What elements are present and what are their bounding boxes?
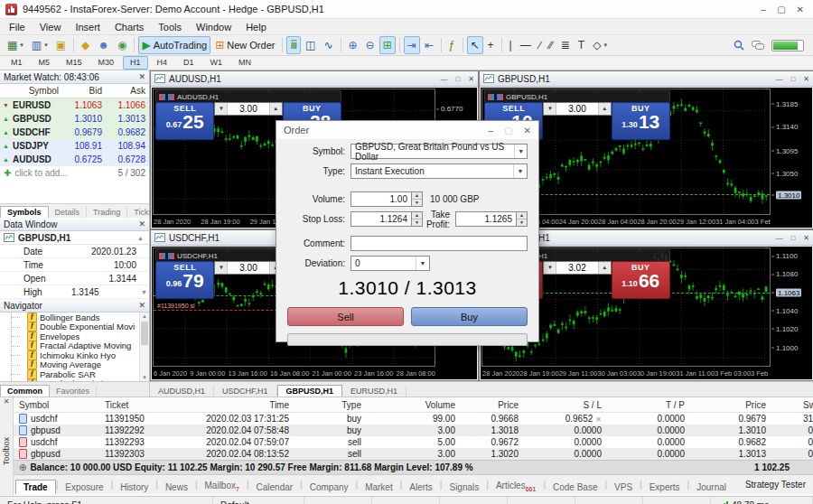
scroll-down-icon[interactable]: ▼ <box>141 289 149 295</box>
timeframe-MN[interactable]: MN <box>231 56 258 70</box>
volume-down-icon[interactable]: ▼ <box>215 103 228 115</box>
oneclick-volume-input[interactable]: 3.02 <box>556 262 597 274</box>
market-watch-row[interactable]: ▲AUDUSD0.67250.6728 <box>0 153 149 166</box>
oneclick-collapse-icon[interactable] <box>488 94 494 100</box>
menu-view[interactable]: View <box>33 21 69 33</box>
fibonacci-icon[interactable]: ≣ <box>557 36 574 54</box>
volume-up-icon[interactable]: ▲ <box>598 103 611 115</box>
zoom-in-icon[interactable]: ⊕ <box>345 36 361 54</box>
oneclick-settings-icon[interactable] <box>168 253 174 259</box>
volume-up-icon[interactable]: ▲ <box>269 103 282 115</box>
window-close-icon[interactable]: ✕ <box>797 5 804 14</box>
window-maximize-icon[interactable]: ▢ <box>777 5 785 14</box>
timeframe-D1[interactable]: D1 <box>176 56 201 70</box>
oneclick-sell-button[interactable]: SELL0.9679 <box>155 261 214 299</box>
oneclick-collapse-icon[interactable] <box>159 94 165 100</box>
toolbox-tab-history[interactable]: History <box>113 481 155 494</box>
history-center-icon[interactable]: ◆ <box>78 36 93 54</box>
toolbox-tab-articles[interactable]: Articles661 <box>489 479 543 494</box>
toolbox-tab-calendar[interactable]: Calendar <box>249 481 301 494</box>
timeframe-W1[interactable]: W1 <box>203 56 230 70</box>
chart-tab-usdchf-h1[interactable]: USDCHF,H1 <box>214 386 277 397</box>
market-watch-toggle-icon[interactable]: ▣ <box>52 36 70 54</box>
window-minimize-icon[interactable]: — <box>775 234 782 242</box>
toolbox-close-icon[interactable]: ✕ <box>4 397 10 406</box>
scroll-up-icon[interactable]: ▲ <box>137 235 145 241</box>
menu-insert[interactable]: Insert <box>68 21 107 33</box>
toolbox-tab-alerts[interactable]: Alerts <box>402 481 440 494</box>
channel-icon[interactable]: ∕∕ <box>546 36 556 54</box>
position-row[interactable]: usdchf113919502020.02.03 17:31:25buy99.0… <box>14 413 813 425</box>
market-watch-add-row[interactable]: ✚click to add... 5 / 302 <box>0 166 149 180</box>
shift-end-icon[interactable]: ⇥ <box>404 36 420 54</box>
status-profile[interactable]: Default <box>213 497 304 504</box>
navigator-tab-favorites[interactable]: Favorites <box>50 386 97 397</box>
signals-service-icon[interactable]: ◉ <box>114 36 130 54</box>
window-maximize-icon[interactable]: □ <box>455 75 460 83</box>
window-maximize-icon[interactable]: □ <box>790 234 795 242</box>
accounts-icon[interactable]: ☻ <box>94 36 113 54</box>
window-minimize-icon[interactable]: — <box>440 75 447 83</box>
oneclick-buy-button[interactable]: BUY1.1066 <box>612 261 670 299</box>
dialog-minimize-icon[interactable]: – <box>489 126 494 135</box>
expand-icon[interactable]: ⊕ <box>14 462 30 472</box>
navigator-item[interactable]: ƒEnvelopes <box>0 331 149 341</box>
chart-tab-eurusd-h1[interactable]: EURUSD,H1 <box>342 386 406 397</box>
toolbox-tab-signals[interactable]: Signals <box>442 481 486 494</box>
navigator-close-icon[interactable]: ✕ <box>138 301 145 310</box>
toolbox-tab-vps[interactable]: VPS <box>607 481 640 494</box>
toolbox-tab-code-base[interactable]: Code Base <box>546 481 604 494</box>
vertical-line-icon[interactable]: | <box>506 36 516 54</box>
search-icon[interactable] <box>734 40 744 51</box>
text-label-icon[interactable]: T <box>575 36 588 54</box>
timeframe-M1[interactable]: M1 <box>4 56 30 70</box>
toolbox-tab-experts[interactable]: Experts <box>642 481 687 494</box>
timeframe-M5[interactable]: M5 <box>32 56 58 70</box>
stop-loss-input[interactable]: 1.1264 <box>350 211 412 227</box>
timeframe-M30[interactable]: M30 <box>91 56 122 70</box>
line-chart-icon[interactable]: ∿ <box>320 36 336 54</box>
new-chart-icon[interactable]: ▦▾ <box>4 36 27 54</box>
oneclick-settings-icon[interactable] <box>168 94 174 100</box>
comment-input[interactable] <box>350 236 528 251</box>
position-row[interactable]: usdchf113922932020.02.04 07:59:07sell5.0… <box>14 436 813 448</box>
menu-charts[interactable]: Charts <box>107 21 151 33</box>
volume-input[interactable]: 1.00 <box>350 191 412 207</box>
indicators-icon[interactable]: ƒ <box>445 36 459 54</box>
window-minimize-icon[interactable]: — <box>775 75 782 83</box>
market-watch-row[interactable]: ▼EURUSD1.10631.1066 <box>0 98 149 112</box>
oneclick-buy-button[interactable]: BUY1.3013 <box>612 102 670 140</box>
position-row[interactable]: gbpusd113922922020.02.04 07:58:48buy3.00… <box>14 425 813 436</box>
objects-icon[interactable]: ◇▾ <box>589 36 611 54</box>
market-watch-tab-details[interactable]: Details <box>49 207 88 218</box>
chat-icon[interactable] <box>752 41 764 51</box>
navigator-item[interactable]: ƒIchimoku Kinko Hyo <box>0 350 149 360</box>
oneclick-volume-input[interactable]: 3.00 <box>228 103 268 115</box>
navigator-item[interactable]: ƒParabolic SAR <box>0 369 149 379</box>
navigator-scrollbar[interactable]: ▲▼ <box>139 313 149 381</box>
toolbox-tab-exposure[interactable]: Exposure <box>58 481 110 494</box>
navigator-item[interactable]: ƒBollinger Bands <box>0 313 149 322</box>
market-watch-tab-trading[interactable]: Trading <box>87 207 127 218</box>
remove-sl-button[interactable]: ✕ <box>595 415 602 424</box>
strategy-tester-label[interactable]: Strategy Tester <box>738 480 813 490</box>
navigator-item[interactable]: ƒMoving Average <box>0 360 149 370</box>
auto-scroll-icon[interactable]: ⇤ <box>421 36 437 54</box>
menu-tools[interactable]: Tools <box>151 21 189 33</box>
chart-window-titlebar[interactable]: GBPUSD,H1—□✕ <box>480 71 813 87</box>
sell-button[interactable]: Sell <box>287 307 404 326</box>
tile-windows-icon[interactable]: ⊞ <box>379 36 396 54</box>
volume-down-icon[interactable]: ▼ <box>544 103 556 115</box>
chart-tab-gbpusd-h1[interactable]: GBPUSD,H1 <box>277 385 343 397</box>
window-close-icon[interactable]: ✕ <box>468 75 474 83</box>
window-close-icon[interactable]: ✕ <box>803 75 809 83</box>
oneclick-collapse-icon[interactable] <box>159 253 165 259</box>
navigator-tab-common[interactable]: Common <box>0 385 50 397</box>
stop-loss-stepper[interactable]: ▲▼ <box>412 211 423 227</box>
data-window-close-icon[interactable]: ✕ <box>138 219 145 229</box>
menu-help[interactable]: Help <box>238 21 274 33</box>
chart-window-titlebar[interactable]: AUDUSD,H1—□✕ <box>151 71 478 87</box>
market-watch-tab-symbols[interactable]: Symbols <box>0 206 49 218</box>
volume-down-icon[interactable]: ▼ <box>544 262 556 274</box>
chart-tab-audusd-h1[interactable]: AUDUSD,H1 <box>150 386 214 397</box>
